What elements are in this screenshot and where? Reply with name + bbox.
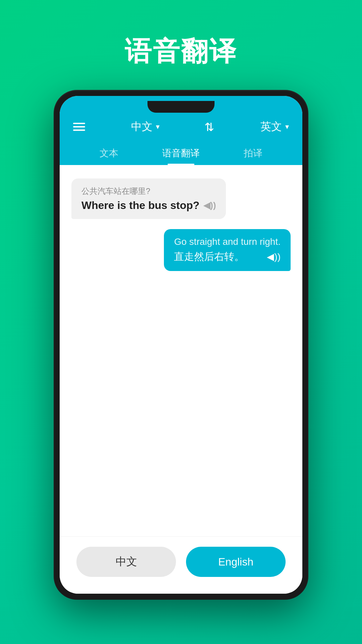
- phone-screen: 中文 ▾ ⇄ 英文 ▾ 文本 语音翻译: [60, 96, 302, 594]
- menu-button[interactable]: [73, 123, 85, 131]
- original-text-right: Go straight and turn right.: [174, 236, 281, 247]
- chinese-language-button[interactable]: 中文: [76, 547, 176, 577]
- target-language-label: 英文: [260, 119, 282, 134]
- bottom-action-area: 中文 English: [60, 536, 302, 594]
- tab-bar: 文本 语音翻译 拍译: [73, 141, 289, 165]
- source-language-selector[interactable]: 中文 ▾: [131, 119, 160, 134]
- source-language-label: 中文: [131, 119, 153, 134]
- message-bubble-left: 公共汽车站在哪里? Where is the bus stop? ◀)): [71, 178, 226, 219]
- translated-text-left: Where is the bus stop? ◀)): [81, 199, 216, 212]
- chat-area: 公共汽车站在哪里? Where is the bus stop? ◀)) Go …: [60, 165, 302, 536]
- notch: [147, 101, 215, 113]
- header-nav: 中文 ▾ ⇄ 英文 ▾: [73, 119, 289, 141]
- message-bubble-right: Go straight and turn right. 直走然后右转。 ◀)): [164, 229, 291, 271]
- translated-row-right: 直走然后右转。 ◀)): [174, 250, 281, 264]
- tab-voice[interactable]: 语音翻译: [145, 141, 217, 165]
- english-language-button[interactable]: English: [186, 547, 286, 577]
- audio-play-right[interactable]: ◀)): [267, 251, 281, 262]
- target-language-selector[interactable]: 英文 ▾: [260, 119, 289, 134]
- page-title: 语音翻译: [125, 34, 237, 70]
- original-text-left: 公共汽车站在哪里?: [81, 186, 216, 197]
- notch-area: [60, 96, 302, 113]
- source-language-arrow: ▾: [156, 122, 160, 131]
- app-header: 中文 ▾ ⇄ 英文 ▾ 文本 语音翻译: [60, 113, 302, 165]
- tab-text[interactable]: 文本: [73, 141, 145, 165]
- translated-text-right: 直走然后右转。: [174, 250, 244, 264]
- tab-photo[interactable]: 拍译: [217, 141, 289, 165]
- swap-languages-button[interactable]: ⇄: [203, 122, 217, 131]
- phone-frame: 中文 ▾ ⇄ 英文 ▾ 文本 语音翻译: [54, 90, 308, 600]
- audio-play-left[interactable]: ◀)): [203, 200, 216, 211]
- target-language-arrow: ▾: [285, 122, 289, 131]
